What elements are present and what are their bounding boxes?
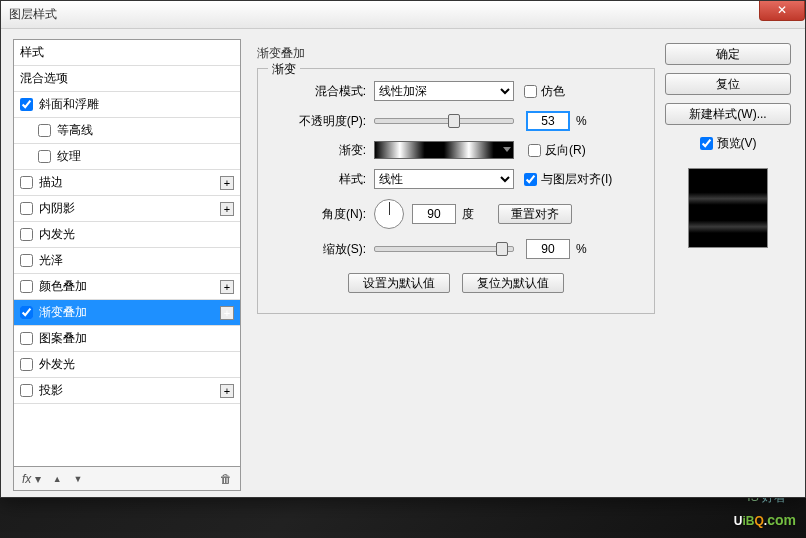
satin-check[interactable]	[20, 254, 33, 267]
new-style-button[interactable]: 新建样式(W)...	[665, 103, 791, 125]
expand-icon[interactable]: +	[220, 176, 234, 190]
cancel-button[interactable]: 复位	[665, 73, 791, 95]
scale-label: 缩放(S):	[274, 241, 366, 258]
satin-item[interactable]: 光泽	[14, 248, 240, 274]
outer-glow-item[interactable]: 外发光	[14, 352, 240, 378]
color-overlay-item[interactable]: 颜色叠加+	[14, 274, 240, 300]
angle-input[interactable]	[412, 204, 456, 224]
gradient-overlay-check[interactable]	[20, 306, 33, 319]
center-panel: 渐变叠加 渐变 混合模式: 线性加深 仿色 不透明度(P): % 渐变:	[241, 29, 665, 497]
preview-label: 预览(V)	[717, 135, 757, 152]
left-panel: 样式 混合选项 斜面和浮雕 等高线 纹理 描边+ 内阴影+ 内发光 光泽 颜色叠…	[1, 29, 241, 497]
reset-default-button[interactable]: 复位为默认值	[462, 273, 564, 293]
outer-glow-check[interactable]	[20, 358, 33, 371]
bevel-emboss-check[interactable]	[20, 98, 33, 111]
align-label: 与图层对齐(I)	[541, 171, 612, 188]
ok-button[interactable]: 确定	[665, 43, 791, 65]
move-up-icon[interactable]: ▲	[53, 474, 62, 484]
reverse-label: 反向(R)	[545, 142, 586, 159]
angle-unit: 度	[462, 206, 474, 223]
gradient-picker[interactable]	[374, 141, 514, 159]
stroke-check[interactable]	[20, 176, 33, 189]
fx-menu[interactable]: fx ▾	[22, 472, 41, 486]
gradient-fieldset: 渐变 混合模式: 线性加深 仿色 不透明度(P): % 渐变:	[257, 68, 655, 314]
close-button[interactable]: ✕	[759, 1, 805, 21]
expand-icon[interactable]: +	[220, 384, 234, 398]
dialog-title: 图层样式	[9, 6, 57, 23]
gradient-overlay-item[interactable]: 渐变叠加+	[14, 300, 240, 326]
contour-item[interactable]: 等高线	[14, 118, 240, 144]
color-overlay-check[interactable]	[20, 280, 33, 293]
dither-check[interactable]	[524, 85, 537, 98]
pattern-overlay-item[interactable]: 图案叠加	[14, 326, 240, 352]
inner-glow-check[interactable]	[20, 228, 33, 241]
layer-style-dialog: 图层样式 ✕ 样式 混合选项 斜面和浮雕 等高线 纹理 描边+ 内阴影+ 内发光…	[0, 0, 806, 498]
inner-shadow-check[interactable]	[20, 202, 33, 215]
scale-input[interactable]	[526, 239, 570, 259]
opacity-label: 不透明度(P):	[274, 113, 366, 130]
titlebar[interactable]: 图层样式 ✕	[1, 1, 805, 29]
dither-label: 仿色	[541, 83, 565, 100]
reset-align-button[interactable]: 重置对齐	[498, 204, 572, 224]
bevel-emboss-item[interactable]: 斜面和浮雕	[14, 92, 240, 118]
set-default-button[interactable]: 设置为默认值	[348, 273, 450, 293]
angle-dial[interactable]	[374, 199, 404, 229]
section-title: 渐变叠加	[257, 45, 655, 62]
fieldset-label: 渐变	[268, 61, 300, 78]
drop-shadow-item[interactable]: 投影+	[14, 378, 240, 404]
reverse-check[interactable]	[528, 144, 541, 157]
style-list: 样式 混合选项 斜面和浮雕 等高线 纹理 描边+ 内阴影+ 内发光 光泽 颜色叠…	[13, 39, 241, 491]
style-select[interactable]: 线性	[374, 169, 514, 189]
blending-options[interactable]: 混合选项	[14, 66, 240, 92]
align-check[interactable]	[524, 173, 537, 186]
percent-label: %	[576, 114, 587, 128]
inner-shadow-item[interactable]: 内阴影+	[14, 196, 240, 222]
expand-icon[interactable]: +	[220, 202, 234, 216]
drop-shadow-check[interactable]	[20, 384, 33, 397]
watermark-logo: UiBQ.com	[734, 507, 796, 530]
right-panel: 确定 复位 新建样式(W)... 预览(V)	[665, 29, 805, 497]
pattern-overlay-check[interactable]	[20, 332, 33, 345]
angle-label: 角度(N):	[274, 206, 366, 223]
gradient-label: 渐变:	[274, 142, 366, 159]
scale-slider[interactable]	[374, 246, 514, 252]
expand-icon[interactable]: +	[220, 280, 234, 294]
inner-glow-item[interactable]: 内发光	[14, 222, 240, 248]
style-label: 样式:	[274, 171, 366, 188]
blend-mode-label: 混合模式:	[274, 83, 366, 100]
opacity-slider[interactable]	[374, 118, 514, 124]
expand-icon[interactable]: +	[220, 306, 234, 320]
move-down-icon[interactable]: ▼	[74, 474, 83, 484]
texture-check[interactable]	[38, 150, 51, 163]
stroke-item[interactable]: 描边+	[14, 170, 240, 196]
opacity-input[interactable]	[526, 111, 570, 131]
blend-mode-select[interactable]: 线性加深	[374, 81, 514, 101]
contour-check[interactable]	[38, 124, 51, 137]
trash-icon[interactable]: 🗑	[220, 472, 232, 486]
preview-thumbnail	[688, 168, 768, 248]
percent-label-2: %	[576, 242, 587, 256]
texture-item[interactable]: 纹理	[14, 144, 240, 170]
preview-check[interactable]	[700, 137, 713, 150]
list-footer: fx ▾ ▲ ▼ 🗑	[14, 466, 240, 490]
styles-header[interactable]: 样式	[14, 40, 240, 66]
